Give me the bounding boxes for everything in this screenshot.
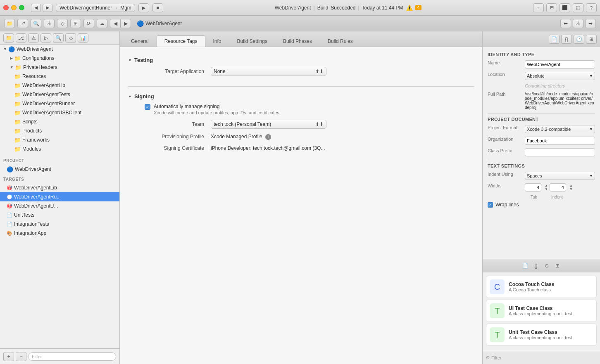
target-integrationtests[interactable]: 📄 IntegrationTests [0,220,119,229]
rp-indent-select[interactable]: Spaces ▼ [525,172,595,180]
rp-tab-history[interactable]: 🕐 [574,35,584,44]
template-ui-test-case[interactable]: T UI Test Case Class A class implementin… [486,300,597,322]
play-button[interactable]: ▶ [138,3,149,12]
sidebar-issues-icon[interactable]: ⚠ [28,33,39,43]
sidebar-source-icon[interactable]: ⎇ [16,33,26,43]
rp-template-tab-func[interactable]: ⊙ [542,262,551,270]
tree-item-scripts[interactable]: 📁 Scripts [0,117,119,126]
target-unittests[interactable]: 📄 UnitTests [0,210,119,220]
sidebar-breakpoints-icon[interactable]: ◇ [65,33,76,43]
tab-build-rules[interactable]: Build Rules [320,35,361,47]
folder-icon[interactable]: 📁 [4,19,15,28]
back-button[interactable]: ◀ [31,4,41,12]
rp-name-input[interactable] [525,60,595,69]
assistant-toggle[interactable]: ⬛ [560,3,570,12]
tab-build-settings[interactable]: Build Settings [229,35,275,47]
target-wdarunner[interactable]: 🎯 WebDriverAgentRu... [0,192,119,201]
rp-tab-layout[interactable]: ⊞ [586,35,597,44]
sidebar-debug-icon[interactable]: 🔍 [53,33,64,43]
target-wdalib[interactable]: 🎯 WebDriverAgentLib [0,183,119,192]
project-section-label: PROJECT [0,158,119,165]
tree-item-wdatests[interactable]: 📁 WebDriverAgentTests [0,90,119,99]
tree-item-wdarunner[interactable]: 📁 WebDriverAgentRunner [0,99,119,108]
rp-tab-width-input[interactable] [525,183,541,191]
rp-location-select[interactable]: Absolute ▼ [525,72,595,80]
provisioning-info-icon[interactable]: i [265,134,271,140]
rp-tab-stepper-up[interactable]: ▲ [545,184,548,187]
target-application-select[interactable]: None ⬆⬇ [211,67,326,76]
maximize-button[interactable] [19,5,24,10]
close-button[interactable] [3,5,9,10]
tree-item-configurations[interactable]: ▶ 📁 Configurations [0,54,119,63]
localize-icon[interactable]: ☁ [97,19,107,28]
target-integrationapp[interactable]: 🎨 IntegrationApp [0,229,119,238]
debug-toggle[interactable]: ⊟ [546,3,557,12]
memory-icon[interactable]: ⟳ [83,19,94,28]
rp-tab-code[interactable]: {} [561,35,572,44]
help-button[interactable]: ? [586,3,597,12]
tree-item-products[interactable]: 📁 Products [0,126,119,135]
rp-tab-file[interactable]: 📄 [549,35,560,44]
remove-item-button[interactable]: − [16,352,26,361]
rp-filter-placeholder: Filter [491,355,597,360]
target-wdausbclient[interactable]: 🎯 WebDriverAgentU... [0,201,119,210]
traffic-lights [3,5,24,10]
tree-item-privateheaders[interactable]: ▼ 📁 PrivateHeaders [0,63,119,72]
sidebar-filter[interactable]: Filter [28,352,116,361]
sidebar-folder-icon[interactable]: 📁 [3,33,14,43]
testing-section-header[interactable]: ▼ Testing [120,55,482,65]
nav-forward[interactable]: ▶ [120,19,131,28]
nav-back[interactable]: ◀ [110,19,121,28]
minimize-button[interactable] [11,5,17,10]
warning-icon[interactable]: ⚠ [44,19,55,28]
git-icon[interactable]: ⎇ [17,19,28,28]
navigator-toggle[interactable]: ≡ [533,3,544,12]
split-left[interactable]: ⬅ [560,19,571,28]
tree-item-wdausbclient[interactable]: 📁 WebDriverAgentUSBClient [0,108,119,117]
forward-button[interactable]: ▶ [43,4,52,12]
rp-prefix-input[interactable] [525,148,595,156]
tree-item-project[interactable]: 🔵 WebDriverAgent [0,165,119,174]
rp-wrap-checkbox[interactable]: ✓ [488,202,493,208]
tree-item-modules[interactable]: 📁 Modules [0,144,119,154]
template-unit-test-case[interactable]: T Unit Test Case Class A class implement… [486,324,597,346]
tab-info[interactable]: Info [205,35,229,47]
scheme-selector[interactable]: WebDriverAgentRunner › Mgm [56,4,135,12]
tab-build-phases[interactable]: Build Phases [275,35,320,47]
rp-template-tab-layout[interactable]: ⊞ [553,262,562,270]
rp-tab-stepper-down[interactable]: ▼ [545,187,548,191]
sidebar-tests-icon[interactable]: ▷ [40,33,51,43]
split-right[interactable]: ➡ [585,19,596,28]
lib-icon[interactable]: ⊞ [70,19,81,28]
search-icon[interactable]: 🔍 [31,19,41,28]
rp-indent-width-input[interactable] [550,183,566,191]
team-select[interactable]: tech tock (Personal Team) ⬆⬇ [211,120,326,129]
rp-indent-stepper-up[interactable]: ▲ [569,184,573,187]
inspectors-toggle[interactable]: ⬚ [573,3,583,12]
testing-triangle-icon: ▼ [128,58,132,62]
rp-org-input[interactable] [525,137,595,145]
folder-icon-products: 📁 [14,128,21,134]
tree-item-resources[interactable]: 📁 Resources [0,72,119,81]
signing-section-header[interactable]: ▼ Signing [120,92,482,101]
tab-resource-tags[interactable]: Resource Tags [157,35,205,47]
warning-badge[interactable]: 4 [415,5,422,10]
stop-button[interactable]: ■ [152,3,163,12]
sidebar-reports-icon[interactable]: 📊 [78,33,88,43]
rp-template-tab-code[interactable]: {} [531,262,540,270]
rp-template-tab-file[interactable]: 📄 [521,262,530,270]
auto-signing-checkbox[interactable]: ✓ [145,104,150,110]
tree-item-frameworks[interactable]: 📁 Frameworks [0,135,119,144]
template-cocoa-touch[interactable]: C Cocoa Touch Class A Cocoa Touch class [486,276,597,298]
tab-general[interactable]: General [123,35,157,47]
add-item-button[interactable]: + [3,352,14,361]
tree-item-wda[interactable]: ▼ 🔵 WebDriverAgent [0,45,119,54]
chevron-up-down-icon: ⬆⬇ [315,69,324,74]
cocoa-touch-text: Cocoa Touch Class A Cocoa Touch class [509,281,554,292]
breakpoint-icon[interactable]: ◇ [57,19,68,28]
warning-toolbar[interactable]: ⚠ [573,19,583,28]
rp-indent-stepper-down[interactable]: ▼ [569,187,573,191]
tree-item-wdalib[interactable]: 📁 WebDriverAgentLib [0,81,119,90]
rp-format-select[interactable]: Xcode 3.2-compatible ▼ [525,125,595,133]
target-wdalib-label: WebDriverAgentLib [14,185,57,191]
